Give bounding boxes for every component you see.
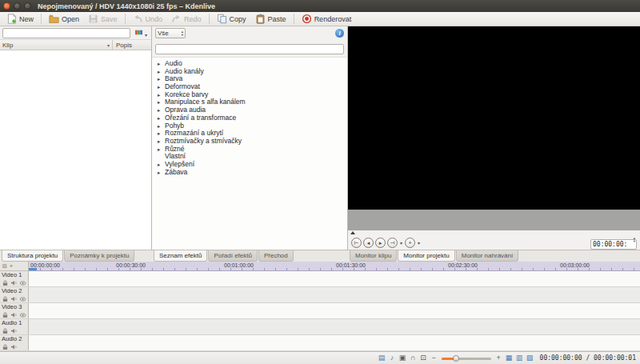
copy-button[interactable]: Copy (213, 13, 250, 25)
tab-effect-stack[interactable]: Pořadí efektů (208, 250, 258, 262)
monitor-empty-area (348, 210, 640, 230)
tab-project-tree[interactable]: Struktura projektu (2, 250, 63, 262)
expander-icon[interactable] (158, 60, 162, 68)
play-button[interactable]: ▸ (375, 238, 386, 248)
tab-transition[interactable]: Přechod (258, 250, 294, 262)
render-button[interactable]: Renderovat (298, 13, 356, 25)
expander-icon[interactable] (158, 161, 162, 169)
effects-search-row (152, 40, 347, 58)
expander-icon[interactable] (158, 114, 162, 122)
zoom-out-icon[interactable]: − (429, 353, 439, 363)
redo-button[interactable]: Redo (167, 13, 206, 25)
show-video-thumbnails-icon[interactable]: ▤ (377, 353, 387, 363)
timeline-ruler-row: ⊟ + 00:00:00:00 00:00:30:00 00:01:00:00 … (0, 262, 640, 271)
track-header[interactable]: Audio 1 (0, 319, 29, 334)
window-title: Nepojmenovaný / HDV 1440x1080i 25 fps – … (38, 2, 215, 10)
effects-filter-select[interactable]: Vše (155, 28, 186, 38)
playhead-marker-icon[interactable] (350, 231, 355, 234)
timeline-corner: ⊟ + (0, 262, 29, 271)
show-marker-comments-icon[interactable]: ▣ (398, 353, 408, 363)
tab-project-notes[interactable]: Poznámky k projektu (64, 250, 134, 262)
undo-button[interactable]: Undo (129, 13, 167, 25)
expander-icon[interactable] (158, 91, 162, 99)
automatic-transition-icon[interactable]: ▥ (514, 353, 525, 363)
set-zone-start-button[interactable]: ⊢ (351, 238, 362, 248)
expander-icon[interactable] (158, 122, 162, 130)
play-options-dropdown-icon[interactable] (399, 240, 403, 246)
monitor-panel: ⊢ ◂ ▸ ⊣ + (348, 26, 640, 250)
add-clip-button[interactable] (133, 26, 149, 40)
zoom-in-icon[interactable]: + (494, 353, 504, 363)
track-lane[interactable] (29, 319, 640, 334)
effects-search-input[interactable] (155, 44, 344, 54)
main-toolbar: New Open Save Undo Redo (0, 12, 640, 26)
track-lane[interactable] (29, 287, 640, 302)
paste-button[interactable]: Paste (251, 13, 290, 25)
toolbar-separator (41, 14, 42, 24)
expander-icon[interactable] (158, 75, 162, 83)
track-options-icon[interactable]: + (10, 263, 13, 269)
expander-icon[interactable] (158, 169, 162, 177)
expander-icon[interactable] (158, 130, 162, 138)
tab-effect-list[interactable]: Seznam efektů (154, 250, 207, 262)
effect-category[interactable]: Zábava (152, 169, 347, 177)
show-audio-thumbnails-icon[interactable]: ♪ (387, 353, 398, 363)
timeline-ruler[interactable]: 00:00:00:00 00:00:30:00 00:01:00:00 00:0… (29, 262, 640, 271)
add-marker-button[interactable]: + (405, 238, 415, 248)
expander-icon[interactable] (158, 98, 162, 106)
undo-icon (133, 14, 143, 24)
expander-icon[interactable] (158, 83, 162, 91)
timeline-zone-bar[interactable] (29, 268, 37, 270)
track-header[interactable]: Video 1 (0, 271, 29, 286)
expander-icon[interactable] (158, 68, 162, 76)
track-lane[interactable] (29, 335, 640, 350)
tab-record-monitor[interactable]: Monitor nahrávání (456, 250, 518, 262)
effects-panel: Vše i Audio Audio kanály Barva Deformova… (152, 26, 348, 250)
minimize-button[interactable] (14, 2, 21, 10)
track-header[interactable]: Video 2 (0, 287, 29, 302)
open-button-label: Open (62, 15, 79, 23)
new-button[interactable]: New (2, 13, 38, 25)
column-header-clip[interactable]: Klip (0, 40, 113, 50)
monitor-options-dropdown-icon[interactable] (417, 240, 421, 246)
track-audio-1: Audio 1 (0, 319, 640, 335)
monitor-video-area[interactable] (348, 26, 640, 210)
split-audio-icon[interactable]: ▦ (504, 353, 514, 363)
save-button[interactable]: Save (84, 13, 122, 25)
tab-project-monitor[interactable]: Monitor projektu (398, 250, 454, 262)
open-button[interactable]: Open (45, 13, 83, 25)
fold-tracks-icon[interactable]: ⊟ (2, 263, 7, 270)
monitor-timecode-input[interactable] (590, 239, 637, 250)
project-tree-list[interactable] (0, 50, 151, 250)
tab-clip-monitor[interactable]: Monitor klipu (350, 250, 397, 262)
close-button[interactable] (3, 2, 10, 10)
expander-icon[interactable] (158, 106, 162, 114)
track-lane[interactable] (29, 271, 640, 286)
column-header-description[interactable]: Popis (113, 40, 151, 50)
track-controls (2, 295, 26, 302)
spinner-icon[interactable] (182, 30, 183, 37)
new-document-icon (6, 14, 17, 24)
timecode-spinner-icon[interactable] (634, 237, 635, 243)
zoom-fit-icon[interactable]: ⊡ (418, 353, 429, 363)
set-zone-end-button[interactable]: ⊣ (387, 238, 398, 248)
expander-icon[interactable] (158, 138, 162, 146)
info-icon[interactable]: i (335, 29, 344, 38)
project-tabs: Struktura projektu Poznámky k projektu (0, 250, 152, 262)
zoom-slider-handle[interactable] (453, 355, 459, 362)
project-search-input[interactable] (2, 28, 130, 38)
expander-icon[interactable] (158, 146, 162, 154)
expander-icon (158, 153, 162, 161)
track-video-3: Video 3 (0, 303, 640, 319)
track-header[interactable]: Video 3 (0, 303, 29, 318)
snap-icon[interactable]: ∩ (408, 353, 418, 363)
zoom-slider[interactable] (442, 354, 491, 363)
monitor-timecode-box (590, 235, 637, 250)
rewind-button[interactable]: ◂ (363, 238, 374, 248)
undo-button-label: Undo (146, 15, 163, 23)
thumbnails-toggle-icon[interactable]: ▨ (525, 353, 535, 363)
track-header[interactable]: Audio 2 (0, 335, 29, 350)
maximize-button[interactable] (24, 2, 31, 10)
track-lane[interactable] (29, 303, 640, 318)
paste-button-label: Paste (268, 15, 286, 23)
